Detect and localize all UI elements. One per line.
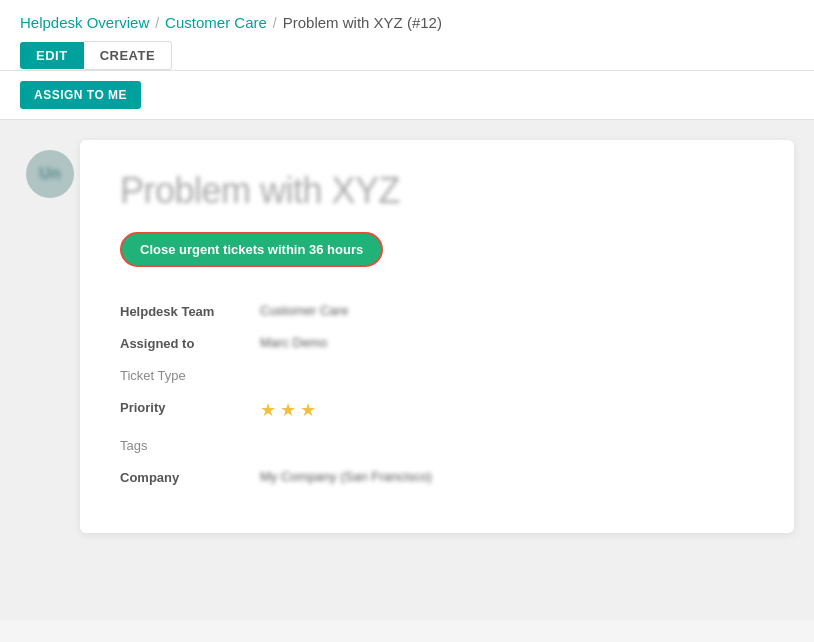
create-button[interactable]: CREATE [84,41,172,70]
top-bar: Helpdesk Overview / Customer Care / Prob… [0,0,814,71]
tags-label: Tags [120,437,260,453]
company-row: Company My Company (San Francisco) [120,461,754,493]
avatar-initials: Un [39,165,60,183]
sidebar-avatar-area: Un [20,140,80,533]
ticket-type-label: Ticket Type [120,367,260,383]
company-value: My Company (San Francisco) [260,469,754,484]
assign-to-me-button[interactable]: ASSIGN TO ME [20,81,141,109]
star-2: ★ [280,399,296,421]
assigned-to-label: Assigned to [120,335,260,351]
star-1: ★ [260,399,276,421]
star-3: ★ [300,399,316,421]
toolbar: EDIT CREATE [20,41,794,70]
page-background: Un Problem with XYZ Close urgent tickets… [0,120,814,620]
avatar: Un [26,150,74,198]
priority-stars: ★ ★ ★ [260,399,316,421]
breadcrumb-helpdesk[interactable]: Helpdesk Overview [20,14,149,31]
assigned-to-value: Marc Demo [260,335,754,350]
breadcrumb: Helpdesk Overview / Customer Care / Prob… [20,14,794,41]
breadcrumb-sep-2: / [273,15,277,31]
breadcrumb-sep-1: / [155,15,159,31]
sla-badge[interactable]: Close urgent tickets within 36 hours [120,232,383,267]
priority-label: Priority [120,399,260,415]
ticket-card: Problem with XYZ Close urgent tickets wi… [80,140,794,533]
helpdesk-team-row: Helpdesk Team Customer Care [120,295,754,327]
tags-row: Tags [120,429,754,461]
assigned-to-row: Assigned to Marc Demo [120,327,754,359]
content-area: Un Problem with XYZ Close urgent tickets… [0,120,814,553]
action-bar: ASSIGN TO ME [0,71,814,120]
ticket-type-row: Ticket Type [120,359,754,391]
breadcrumb-current: Problem with XYZ (#12) [283,14,442,31]
company-label: Company [120,469,260,485]
ticket-fields: Helpdesk Team Customer Care Assigned to … [120,295,754,493]
ticket-title: Problem with XYZ [120,170,754,212]
helpdesk-team-label: Helpdesk Team [120,303,260,319]
priority-row: Priority ★ ★ ★ [120,391,754,429]
breadcrumb-customer-care[interactable]: Customer Care [165,14,267,31]
helpdesk-team-value: Customer Care [260,303,754,318]
edit-button[interactable]: EDIT [20,42,84,69]
